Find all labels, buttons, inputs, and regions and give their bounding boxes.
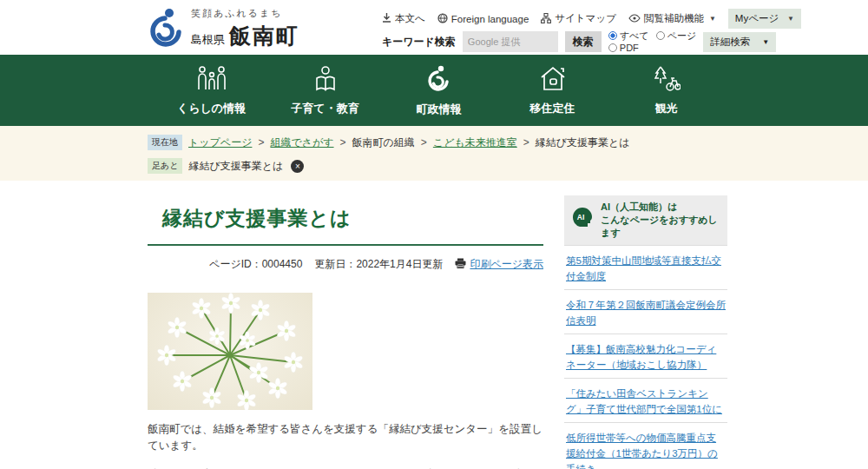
content-area: 縁結び支援事業とは ページID：0004450 更新日：2022年1月4日更新 … (0, 181, 868, 469)
list-item: 【募集】飯南高校魅力化コーディネーター（地域おこし協力隊） (564, 334, 727, 379)
body-paragraph-1: 飯南町では、結婚を希望する皆さんを支援する「縁結び支援センター」を設置しています… (148, 421, 543, 455)
town-emblem-icon (148, 6, 184, 51)
chevron-down-icon: ▼ (787, 15, 794, 23)
globe-icon (437, 13, 448, 25)
radio-page[interactable]: ページ (656, 30, 697, 42)
location-badge: 現在地 (148, 135, 182, 150)
breadcrumb-children-office-link[interactable]: こども未来推進室 (433, 135, 517, 150)
house-icon (539, 65, 567, 95)
nav-item-town-government[interactable]: 町政情報 (382, 55, 496, 126)
ai-link-2[interactable]: 令和７年第２回飯南町議会定例会所信表明 (566, 300, 726, 326)
breadcrumb-org-text: 飯南町の組織 (352, 135, 415, 150)
svg-text:AI: AI (577, 213, 585, 221)
download-arrow-icon (382, 13, 391, 24)
print-page-link[interactable]: 印刷ページ表示 (455, 257, 543, 272)
nav-item-living[interactable]: くらしの情報 (155, 55, 268, 126)
chevron-down-icon: ▼ (762, 38, 769, 46)
site-logo[interactable]: 笑顔あふれるまち 島根県 飯南町 (148, 6, 299, 51)
ai-title-line2: こんなページをおすすめします (601, 215, 718, 238)
advanced-search-button[interactable]: 詳細検索 ▼ (703, 32, 776, 52)
page: 笑顔あふれるまち 島根県 飯南町 本文へ Foreign language (0, 0, 868, 469)
main-column: 縁結び支援事業とは ページID：0004450 更新日：2022年1月4日更新 … (148, 181, 543, 469)
breadcrumb-org-search-link[interactable]: 組織でさがす (270, 135, 333, 150)
tree-bicycle-icon (653, 65, 681, 95)
eye-icon (628, 14, 641, 24)
site-header: 笑顔あふれるまち 島根県 飯南町 本文へ Foreign language (0, 0, 868, 55)
ai-link-3[interactable]: 【募集】飯南高校魅力化コーディネーター（地域おこし協力隊） (566, 344, 716, 370)
footprint-item: 縁結び支援事業とは (188, 159, 283, 174)
radio-all[interactable]: すべて (608, 30, 649, 42)
breadcrumb-band: 現在地 トップページ > 組織でさがす > 飯南町の組織 > こども未来推進室 … (0, 126, 868, 181)
ai-recommend-links: 第5期対策中山間地域等直接支払交付金制度 令和７年第２回飯南町議会定例会所信表明… (564, 245, 727, 469)
foreign-language-link[interactable]: Foreign language (437, 13, 529, 25)
utility-nav: 本文へ Foreign language サイトマップ 閲覧補助機能 ▼ (382, 9, 801, 29)
breadcrumb-home-link[interactable]: トップページ (188, 135, 252, 150)
list-item: 低所得世帯等への物価高騰重点支援給付金（1世帯あたり3万円）の手続き (564, 423, 727, 469)
printer-icon (455, 258, 466, 271)
mypage-button[interactable]: Myページ ▼ (728, 9, 801, 29)
prefecture-name: 島根県 (191, 32, 225, 48)
footprint-row: 足あと 縁結び支援事業とは × (148, 158, 868, 174)
footprint-badge: 足あと (148, 158, 182, 174)
search-label: キーワード検索 (382, 35, 456, 50)
chevron-down-icon: ▼ (709, 15, 716, 23)
reading-person-icon (312, 65, 339, 95)
title-rule (148, 244, 543, 246)
ai-head-icon: AI (571, 207, 594, 233)
nav-item-tourism[interactable]: 観光 (609, 55, 723, 126)
breadcrumb-current-page: 縁結び支援事業とは (536, 135, 630, 150)
list-item: 令和７年第２回飯南町議会定例会所信表明 (564, 290, 727, 334)
nav-item-relocation[interactable]: 移住定住 (496, 55, 609, 126)
global-nav: くらしの情報 子育て・教育 町政情報 移住定住 (0, 55, 868, 126)
skip-to-content-link[interactable]: 本文へ (382, 12, 425, 25)
ai-link-4[interactable]: 「住みたい田舎ベストランキング」子育て世代部門で全国第1位に (566, 388, 722, 414)
ai-title-line1: AI（人工知能）は (601, 201, 677, 212)
search-input[interactable] (463, 31, 558, 52)
nav-item-childcare[interactable]: 子育て・教育 (268, 55, 382, 126)
page-title: 縁結び支援事業とは (148, 205, 543, 232)
site-tagline: 笑顔あふれるまち (191, 7, 299, 20)
ai-recommend-sidebar: AI AI（人工知能）は こんなページをおすすめします 第5期対策中山間地域等直… (564, 195, 727, 469)
ai-link-1[interactable]: 第5期対策中山間地域等直接支払交付金制度 (566, 255, 721, 281)
flower-photo (148, 293, 312, 410)
radio-icon (656, 31, 665, 40)
accessibility-menu[interactable]: 閲覧補助機能 ▼ (628, 12, 716, 25)
search-button[interactable]: 検索 (565, 31, 602, 52)
sitemap-link[interactable]: サイトマップ (541, 12, 616, 25)
family-icon (195, 65, 228, 95)
list-item: 第5期対策中山間地域等直接支払交付金制度 (564, 246, 727, 290)
close-icon[interactable]: × (291, 160, 304, 173)
updated-date: 更新日：2022年1月4日更新 (314, 257, 443, 272)
radio-selected-icon (608, 31, 617, 40)
list-item: 「住みたい田舎ベストランキング」子育て世代部門で全国第1位に (564, 379, 727, 423)
town-emblem-white-icon (426, 64, 452, 96)
radio-pdf[interactable]: PDF (608, 42, 639, 54)
keyword-search: キーワード検索 検索 すべて ページ PDF (382, 30, 776, 55)
radio-icon (608, 43, 617, 52)
search-scope-radios: すべて ページ PDF (608, 30, 696, 55)
breadcrumb: 現在地 トップページ > 組織でさがす > 飯南町の組織 > こども未来推進室 … (148, 135, 868, 150)
page-meta: ページID：0004450 更新日：2022年1月4日更新 印刷ページ表示 (148, 257, 543, 272)
sitemap-icon (541, 13, 551, 25)
town-name: 飯南町 (229, 22, 299, 50)
page-id: ページID：0004450 (209, 257, 302, 272)
ai-link-5[interactable]: 低所得世帯等への物価高騰重点支援給付金（1世帯あたり3万円）の手続き (566, 433, 718, 469)
ai-recommend-header: AI AI（人工知能）は こんなページをおすすめします (564, 195, 727, 245)
